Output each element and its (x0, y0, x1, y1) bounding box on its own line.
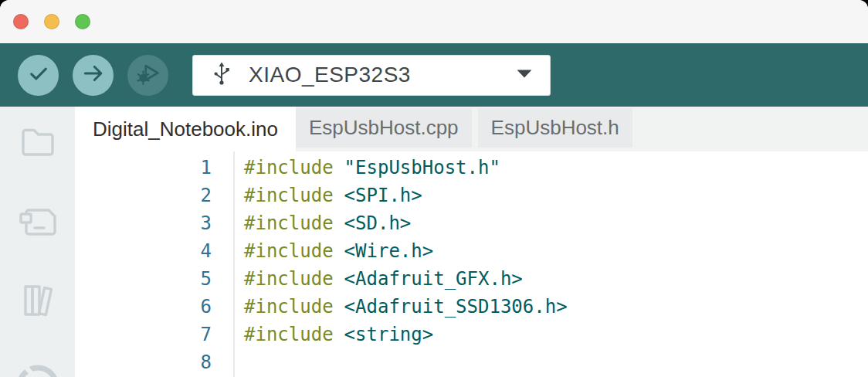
line-number: 5 (75, 265, 233, 293)
selected-board-label: XIAO_ESP32S3 (249, 63, 411, 87)
main-area: Digital_Notebook.ino EspUsbHost.cpp EspU… (0, 107, 868, 377)
code-line: #include<Wire.h> (244, 237, 568, 265)
code-line: #include<string> (244, 321, 568, 348)
include-path: <Adafruit_GFX.h> (344, 268, 523, 290)
titlebar (0, 0, 868, 43)
line-number: 8 (75, 348, 233, 376)
tab-label: EspUsbHost.cpp (309, 116, 459, 140)
preprocessor-keyword: #include (244, 296, 334, 318)
zoom-window-button[interactable] (75, 14, 90, 29)
debug-circle-icon (15, 366, 61, 377)
tab-bar: Digital_Notebook.ino EspUsbHost.cpp EspU… (75, 107, 868, 151)
verify-button[interactable] (18, 55, 59, 96)
code-line (244, 348, 568, 376)
preprocessor-keyword: #include (244, 185, 334, 206)
code-line: #include"EspUsbHost.h" (244, 154, 568, 182)
line-number: 3 (75, 209, 233, 237)
line-number: 6 (75, 293, 233, 321)
upload-arrow-icon (81, 61, 106, 89)
activity-sidebar (0, 107, 75, 377)
tab-label: Digital_Notebook.ino (93, 117, 278, 141)
verify-check-icon (26, 61, 51, 89)
folder-icon (18, 149, 58, 162)
sidebar-item-sketchbook[interactable] (18, 123, 58, 163)
line-number: 7 (75, 321, 233, 348)
editor-content: Digital_Notebook.ino EspUsbHost.cpp EspU… (75, 107, 868, 377)
code-line: #include<Adafruit_GFX.h> (244, 265, 568, 293)
close-window-button[interactable] (13, 14, 29, 29)
tab-espusbhost-h[interactable]: EspUsbHost.h (478, 108, 632, 148)
start-debugging-button[interactable] (127, 55, 168, 96)
preprocessor-keyword: #include (244, 157, 334, 178)
preprocessor-keyword: #include (244, 240, 334, 262)
minimize-window-button[interactable] (44, 14, 59, 29)
preprocessor-keyword: #include (244, 212, 334, 234)
include-path: <SPI.h> (344, 185, 422, 206)
sidebar-item-debug[interactable] (15, 363, 61, 377)
sidebar-item-boards-manager[interactable] (16, 204, 59, 244)
toolbar: XIAO_ESP32S3 (0, 43, 868, 107)
code-line: #include<SD.h> (244, 209, 568, 237)
line-number: 2 (75, 182, 233, 209)
line-number: 1 (75, 154, 233, 182)
include-path: <Wire.h> (344, 240, 434, 262)
line-number-gutter: 1 2 3 4 5 6 7 8 (75, 151, 235, 377)
debug-icon (135, 60, 161, 90)
preprocessor-keyword: #include (244, 268, 334, 290)
boards-manager-icon (16, 230, 59, 243)
usb-icon (210, 60, 233, 90)
include-path: <string> (344, 324, 434, 345)
code-line: #include<Adafruit_SSD1306.h> (244, 293, 568, 321)
sidebar-item-library-manager[interactable] (18, 281, 58, 324)
code-editor[interactable]: 1 2 3 4 5 6 7 8 #include"EspUsbHost.h" #… (75, 151, 868, 377)
tab-espusbhost-cpp[interactable]: EspUsbHost.cpp (296, 108, 472, 148)
line-number: 4 (75, 237, 233, 265)
arduino-ide-window: XIAO_ESP32S3 (0, 0, 868, 377)
upload-button[interactable] (73, 55, 114, 96)
code-lines: #include"EspUsbHost.h" #include<SPI.h> #… (235, 151, 568, 377)
include-path: <SD.h> (344, 212, 412, 234)
chevron-down-icon (516, 68, 533, 82)
include-path: <Adafruit_SSD1306.h> (344, 296, 568, 318)
tab-label: EspUsbHost.h (491, 116, 619, 140)
library-books-icon (18, 311, 58, 324)
code-line: #include<SPI.h> (244, 182, 568, 209)
preprocessor-keyword: #include (244, 324, 334, 345)
board-selector-dropdown[interactable]: XIAO_ESP32S3 (192, 55, 551, 96)
tab-digital-notebook-ino[interactable]: Digital_Notebook.ino (75, 107, 296, 151)
include-path: "EspUsbHost.h" (344, 157, 500, 178)
